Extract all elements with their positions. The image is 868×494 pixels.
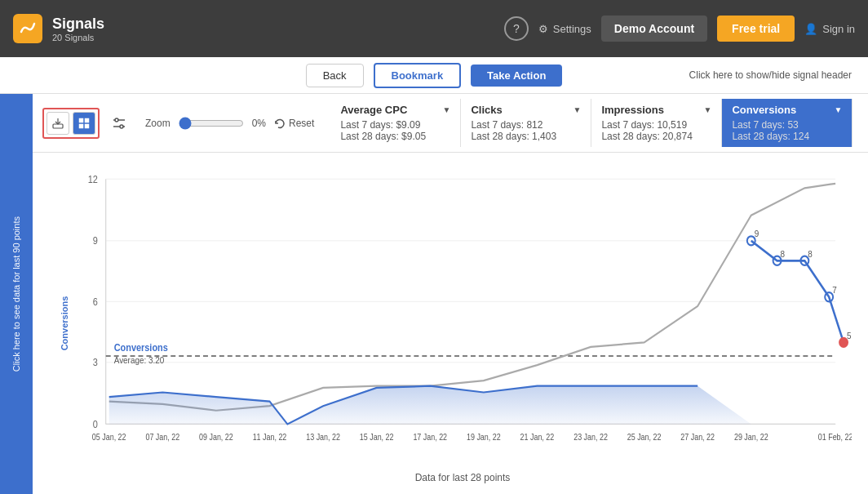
- clicks-last28: Last 28 days: 1,403: [471, 131, 581, 142]
- svg-text:23 Jan, 22: 23 Jan, 22: [574, 433, 608, 443]
- svg-text:29 Jan, 22: 29 Jan, 22: [734, 433, 768, 443]
- svg-rect-5: [85, 124, 89, 128]
- sign-in-label: Sign in: [822, 23, 855, 35]
- settings-label: Settings: [553, 23, 591, 35]
- svg-text:15 Jan, 22: 15 Jan, 22: [360, 433, 394, 443]
- svg-text:01 Feb, 22: 01 Feb, 22: [818, 433, 852, 443]
- sidebar-label[interactable]: Click here to see data for last 90 point…: [8, 210, 24, 378]
- svg-text:8: 8: [781, 248, 786, 259]
- settings-button[interactable]: ⚙ Settings: [538, 23, 591, 35]
- settings-icon: ⚙: [538, 23, 548, 35]
- app-header: Signals 20 Signals ? ⚙ Settings Demo Acc…: [0, 0, 868, 57]
- svg-text:0: 0: [93, 419, 98, 429]
- svg-text:5: 5: [847, 330, 852, 340]
- filter-button[interactable]: [108, 112, 131, 135]
- svg-text:09 Jan, 22: 09 Jan, 22: [199, 433, 233, 443]
- impressions-arrow: ▼: [703, 105, 711, 114]
- conversions-last28: Last 28 days: 124: [732, 131, 842, 142]
- svg-text:7: 7: [832, 285, 837, 296]
- avg-cpc-arrow: ▼: [442, 105, 450, 114]
- svg-text:13 Jan, 22: 13 Jan, 22: [306, 433, 340, 443]
- svg-text:9: 9: [755, 229, 760, 239]
- header-hint[interactable]: Click here to show/hide signal header: [689, 69, 852, 81]
- tool-icon-group: [42, 108, 100, 139]
- metric-impressions[interactable]: Impressions ▼ Last 7 days: 10,519 Last 2…: [591, 99, 722, 147]
- svg-text:Average: 3.20: Average: 3.20: [114, 354, 165, 365]
- avg-cpc-last7: Last 7 days: $9.09: [340, 119, 450, 131]
- svg-text:12: 12: [88, 174, 98, 185]
- svg-text:8: 8: [808, 248, 813, 259]
- app-name-block: Signals 20 Signals: [52, 16, 104, 42]
- svg-text:19 Jan, 22: 19 Jan, 22: [467, 433, 501, 443]
- conversions-last7: Last 7 days: 53: [732, 119, 842, 131]
- zoom-label: Zoom: [145, 118, 170, 129]
- metric-clicks[interactable]: Clicks ▼ Last 7 days: 812 Last 28 days: …: [461, 99, 591, 147]
- svg-text:9: 9: [93, 236, 98, 247]
- export-button[interactable]: [46, 112, 69, 135]
- metric-avg-cpc[interactable]: Average CPC ▼ Last 7 days: $9.09 Last 28…: [330, 99, 461, 147]
- grid-view-button[interactable]: [73, 112, 95, 135]
- metric-avg-cpc-title: Average CPC: [340, 104, 407, 116]
- app-title: Signals: [52, 16, 104, 33]
- reset-label: Reset: [289, 118, 314, 129]
- svg-text:25 Jan, 22: 25 Jan, 22: [627, 433, 662, 443]
- content-area: Zoom 0% Reset Average CPC ▼ Last 7 days:…: [33, 94, 868, 494]
- svg-text:6: 6: [93, 296, 98, 307]
- chart-area: Conversions 0 3 6 9 12 Con: [33, 153, 868, 494]
- svg-text:07 Jan, 22: 07 Jan, 22: [145, 433, 179, 443]
- svg-rect-2: [79, 118, 83, 122]
- impressions-last7: Last 7 days: 10,519: [601, 119, 711, 131]
- metric-impressions-title: Impressions: [601, 104, 664, 116]
- metric-conversions-title: Conversions: [732, 104, 796, 116]
- svg-text:27 Jan, 22: 27 Jan, 22: [680, 433, 715, 443]
- y-axis-label: Conversions: [60, 296, 69, 351]
- zoom-value: 0%: [252, 118, 266, 129]
- svg-point-7: [115, 118, 118, 122]
- app-logo: [13, 14, 42, 43]
- svg-text:3: 3: [93, 358, 98, 368]
- metrics-row: Average CPC ▼ Last 7 days: $9.09 Last 28…: [330, 99, 852, 147]
- main-area: Click here to see data for last 90 point…: [0, 94, 868, 494]
- metric-conversions[interactable]: Conversions ▼ Last 7 days: 53 Last 28 da…: [722, 99, 852, 147]
- demo-account-label: Demo Account: [601, 16, 707, 42]
- svg-point-9: [120, 125, 123, 128]
- chart-svg: 0 3 6 9 12 Conversions Average: 3.20: [73, 161, 852, 470]
- svg-text:Conversions: Conversions: [114, 343, 168, 354]
- chart-footer: Data for last 28 points: [73, 472, 852, 487]
- svg-rect-4: [79, 124, 83, 128]
- bookmark-button[interactable]: Bookmark: [374, 63, 462, 88]
- sign-in-button[interactable]: 👤 Sign in: [804, 23, 855, 35]
- left-sidebar[interactable]: Click here to see data for last 90 point…: [0, 94, 33, 494]
- sub-header: Back Bookmark Take Action Click here to …: [0, 57, 868, 94]
- app-subtitle: 20 Signals: [52, 33, 104, 42]
- impressions-last28: Last 28 days: 20,874: [601, 131, 711, 142]
- svg-text:21 Jan, 22: 21 Jan, 22: [520, 433, 555, 443]
- svg-text:17 Jan, 22: 17 Jan, 22: [413, 433, 447, 443]
- svg-text:05 Jan, 22: 05 Jan, 22: [92, 433, 126, 443]
- svg-text:11 Jan, 22: 11 Jan, 22: [253, 433, 287, 443]
- svg-rect-3: [85, 118, 89, 122]
- back-button[interactable]: Back: [306, 64, 364, 87]
- reset-button[interactable]: Reset: [274, 118, 314, 129]
- free-trial-button[interactable]: Free trial: [717, 16, 795, 42]
- metric-clicks-title: Clicks: [471, 104, 502, 116]
- chart-toolbar: Zoom 0% Reset Average CPC ▼ Last 7 days:…: [33, 94, 868, 153]
- conversions-arrow: ▼: [834, 105, 842, 114]
- clicks-last7: Last 7 days: 812: [471, 119, 581, 131]
- avg-cpc-last28: Last 28 days: $9.05: [340, 131, 450, 142]
- clicks-arrow: ▼: [573, 105, 581, 114]
- take-action-button[interactable]: Take Action: [471, 65, 562, 87]
- help-button[interactable]: ?: [504, 16, 529, 41]
- zoom-slider[interactable]: [179, 117, 244, 130]
- person-icon: 👤: [804, 23, 817, 35]
